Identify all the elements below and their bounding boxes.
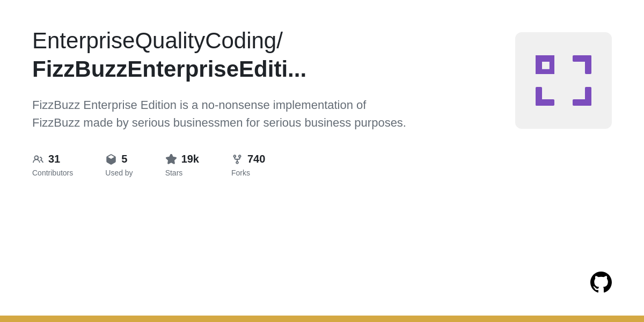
- stat-forks[interactable]: 740 Forks: [231, 153, 265, 177]
- forks-value: 740: [247, 153, 265, 165]
- star-icon: [165, 153, 177, 165]
- forks-label: Forks: [231, 169, 250, 177]
- left-section: EnterpriseQualityCoding/ FizzBuzzEnterpr…: [32, 27, 472, 177]
- bottom-bar: [0, 316, 644, 322]
- stat-contributors[interactable]: 31 Contributors: [32, 153, 73, 177]
- repo-owner[interactable]: EnterpriseQualityCoding/: [32, 27, 472, 55]
- svg-rect-9: [585, 87, 591, 106]
- right-section: [515, 27, 612, 129]
- svg-rect-7: [536, 87, 542, 106]
- package-icon: [105, 153, 117, 165]
- repo-icon-box: [515, 32, 612, 129]
- stars-value: 19k: [181, 153, 199, 165]
- main-content: EnterpriseQualityCoding/ FizzBuzzEnterpr…: [0, 0, 644, 316]
- repo-name[interactable]: FizzBuzzEnterpriseEditi...: [32, 55, 472, 84]
- used-by-label: Used by: [105, 169, 133, 177]
- stat-used-by[interactable]: 5 Used by: [105, 153, 133, 177]
- fork-icon: [231, 153, 243, 165]
- github-logo: [590, 272, 612, 295]
- contributors-value: 31: [48, 153, 60, 165]
- contributors-icon: [32, 153, 44, 165]
- used-by-value: 5: [121, 153, 127, 165]
- contributors-label: Contributors: [32, 169, 73, 177]
- svg-rect-5: [585, 55, 591, 74]
- stat-stars[interactable]: 19k Stars: [165, 153, 199, 177]
- svg-rect-3: [536, 55, 542, 74]
- repo-visual-icon: [531, 51, 596, 110]
- stats-row: 31 Contributors 5 Used by: [32, 153, 472, 177]
- stars-label: Stars: [165, 169, 183, 177]
- repo-description: FizzBuzz Enterprise Edition is a no-nons…: [32, 96, 408, 131]
